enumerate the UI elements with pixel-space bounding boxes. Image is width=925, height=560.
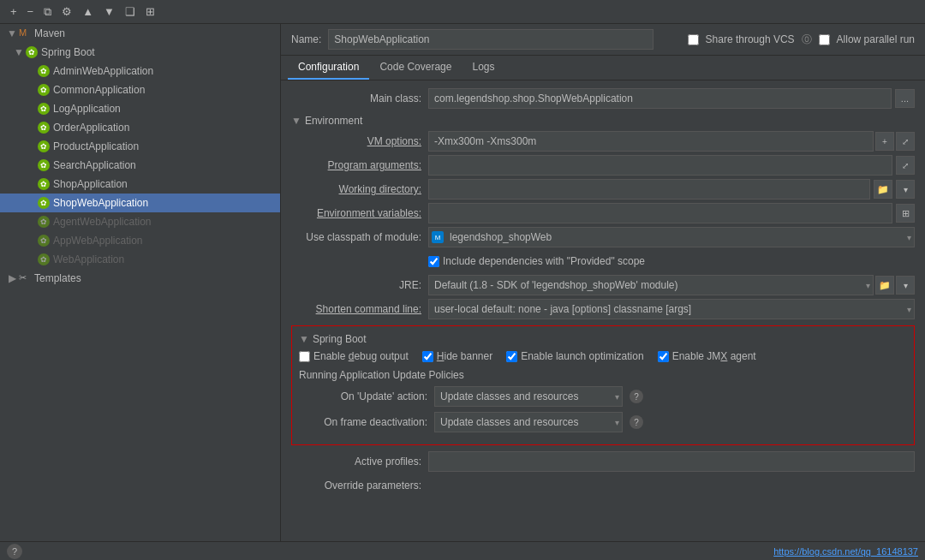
environment-label: Environment [305, 115, 362, 127]
sidebar-item-agentweb[interactable]: ✿ AgentWebApplication [0, 212, 280, 231]
jre-label: JRE: [291, 279, 428, 291]
sidebar-item-shopweb[interactable]: ✿ ShopWebApplication [0, 194, 280, 212]
vm-expand-btn[interactable]: + [875, 132, 894, 151]
on-update-help-icon[interactable]: ? [630, 390, 643, 403]
program-args-label: Program arguments: [291, 159, 428, 171]
include-deps-checkbox-row: Include dependencies with "Provided" sco… [428, 255, 645, 267]
jmx-underline: X [720, 350, 727, 362]
classpath-select[interactable]: legendshop_shopWeb [428, 227, 915, 247]
move-up-button[interactable]: ▲ [79, 3, 97, 20]
env-vars-browse-btn[interactable]: ⊞ [896, 204, 915, 223]
sidebar-item-log[interactable]: ✿ LogApplication [0, 99, 280, 118]
spring-icon: ✿ [38, 65, 50, 77]
jre-row: JRE: Default (1.8 - SDK of 'legendshop_s… [291, 274, 915, 296]
env-vars-row: Environment variables: ⊞ [291, 202, 915, 224]
sidebar-item-order[interactable]: ✿ OrderApplication [0, 118, 280, 137]
environment-header: ▼ Environment [291, 115, 915, 127]
tab-logs[interactable]: Logs [462, 56, 504, 80]
maven-icon: M [19, 27, 31, 39]
program-args-input[interactable] [428, 155, 892, 176]
environment-toggle[interactable]: ▼ [291, 115, 301, 127]
sidebar-item-admin[interactable]: ✿ AdminWebApplication [0, 62, 280, 80]
tabs: Configuration Code Coverage Logs [281, 56, 925, 80]
grid-button[interactable]: ⊞ [142, 3, 158, 20]
spring-icon: ✿ [38, 122, 50, 134]
sidebar-item-label: WebApplication [53, 253, 124, 265]
sidebar-item-common[interactable]: ✿ CommonApplication [0, 80, 280, 99]
on-frame-help-icon[interactable]: ? [630, 415, 643, 429]
working-dir-expand-btn[interactable]: ▾ [896, 180, 915, 199]
sidebar-item-maven[interactable]: ▼ M Maven [0, 24, 280, 43]
spring-icon: ✿ [26, 46, 38, 58]
env-vars-input[interactable] [428, 203, 892, 223]
remove-button[interactable]: − [24, 3, 38, 20]
on-frame-select[interactable]: Update classes and resources Do nothing … [434, 412, 623, 432]
jre-select[interactable]: Default (1.8 - SDK of 'legendshop_shopWe… [428, 275, 874, 295]
active-profiles-input[interactable] [428, 451, 915, 472]
jre-expand-btn[interactable]: ▾ [896, 276, 915, 295]
working-dir-input[interactable] [428, 179, 870, 200]
help-button[interactable]: ? [7, 544, 22, 559]
working-dir-folder-btn[interactable]: 📁 [874, 180, 892, 199]
right-panel: Name: Share through VCS ⓪ Allow parallel… [281, 24, 925, 541]
springboot-header: ▼ Spring Boot [299, 333, 907, 345]
sidebar-item-label: AppWebApplication [53, 235, 143, 247]
shorten-select[interactable]: user-local default: none - java [options… [428, 299, 915, 319]
sidebar-item-label: ShopApplication [53, 178, 128, 190]
vm-options-input[interactable] [428, 131, 874, 152]
on-update-select[interactable]: Update classes and resources Do nothing … [434, 386, 623, 407]
tab-configuration[interactable]: Configuration [288, 56, 369, 80]
sidebar-item-search[interactable]: ✿ SearchApplication [0, 156, 280, 175]
add-button[interactable]: + [7, 3, 21, 20]
sidebar-item-templates[interactable]: ▶ ✂ Templates [0, 269, 280, 288]
jmx-checkbox[interactable] [658, 351, 669, 362]
spring-icon: ✿ [38, 103, 50, 115]
spring-icon: ✿ [38, 235, 50, 247]
move-down-button[interactable]: ▼ [100, 3, 118, 20]
update-policies-label: Running Application Update Policies [299, 369, 907, 381]
launch-opt-checkbox[interactable] [506, 351, 517, 362]
debug-label: Enable debug output [313, 350, 409, 362]
springboot-toggle[interactable]: ▼ [299, 333, 309, 345]
sidebar-item-spring-boot[interactable]: ▼ ✿ Spring Boot [0, 43, 280, 62]
main-class-input[interactable] [428, 88, 892, 109]
sidebar-item-web[interactable]: ✿ WebApplication [0, 250, 280, 269]
status-link[interactable]: https://blog.csdn.net/qq_16148137 [773, 546, 918, 557]
parallel-run-checkbox[interactable] [819, 34, 830, 45]
templates-icon: ✂ [19, 272, 31, 284]
share-vcs-checkbox[interactable] [688, 34, 699, 45]
jre-value: Default (1.8 - SDK of 'legendshop_shopWe… [428, 275, 915, 295]
name-input[interactable] [328, 29, 653, 50]
launch-opt-check: Enable launch optimization [506, 350, 643, 362]
sidebar-item-label: Spring Boot [41, 46, 95, 58]
vm-expand2-btn[interactable]: ⤢ [896, 132, 915, 151]
override-params-row: Override parameters: [291, 474, 915, 497]
debug-checkbox[interactable] [299, 351, 310, 362]
main-layout: ▼ M Maven ▼ ✿ Spring Boot ✿ AdminWebAppl… [0, 24, 925, 541]
jmx-label: Enable JMX agent [672, 350, 756, 362]
sidebar-item-shop[interactable]: ✿ ShopApplication [0, 175, 280, 194]
include-deps-checkbox[interactable] [428, 256, 439, 267]
shorten-value: user-local default: none - java [options… [428, 299, 915, 319]
classpath-value: M legendshop_shopWeb [428, 227, 915, 247]
program-args-expand-btn[interactable]: ⤢ [896, 156, 915, 175]
share-vcs-label: Share through VCS [706, 33, 795, 45]
sidebar-item-label: CommonApplication [53, 84, 145, 96]
active-profiles-value [428, 451, 915, 472]
jre-folder-btn[interactable]: 📁 [875, 276, 894, 295]
settings-button[interactable]: ⚙ [58, 3, 75, 20]
vm-options-label: VM options: [291, 135, 428, 147]
spring-icon: ✿ [38, 197, 50, 209]
tab-code-coverage[interactable]: Code Coverage [369, 56, 462, 80]
hide-banner-checkbox[interactable] [422, 351, 433, 362]
sidebar-item-product[interactable]: ✿ ProductApplication [0, 137, 280, 156]
debug-check: Enable debug output [299, 350, 409, 362]
copy-button[interactable]: ⧉ [40, 3, 55, 21]
help-icon: ? [12, 546, 17, 557]
name-label: Name: [291, 33, 321, 45]
sort-button[interactable]: ❑ [122, 3, 139, 20]
sidebar-item-label: SearchApplication [53, 159, 136, 171]
sidebar-item-appweb[interactable]: ✿ AppWebApplication [0, 231, 280, 250]
classpath-label: Use classpath of module: [291, 231, 428, 243]
main-class-browse-btn[interactable]: ... [895, 89, 915, 108]
